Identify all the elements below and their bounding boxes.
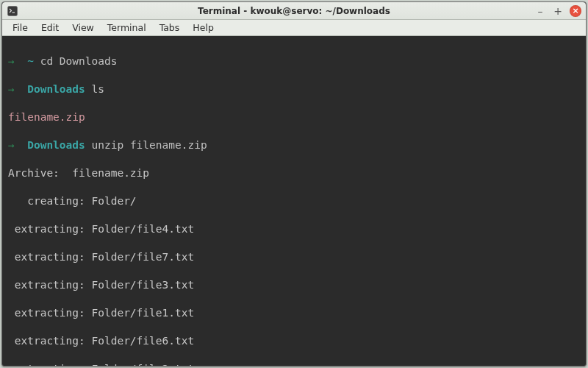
prompt-arrow-icon: → [8, 139, 15, 151]
command-text: unzip filename.zip [92, 139, 207, 151]
menu-terminal[interactable]: Terminal [101, 21, 152, 35]
output-line: creating: Folder/ [8, 194, 580, 208]
maximize-button[interactable]: + [552, 5, 564, 17]
prompt-line: → ~ cd Downloads [8, 54, 580, 68]
output-line: extracting: Folder/file1.txt [8, 306, 580, 320]
menu-help[interactable]: Help [187, 21, 220, 35]
terminal-app-icon [7, 5, 18, 17]
close-button[interactable]: × [570, 5, 581, 17]
terminal-viewport[interactable]: → ~ cd Downloads → Downloads ls filename… [2, 36, 586, 366]
command-text: ls [92, 83, 104, 95]
window-title: Terminal - kwouk@servo: ~/Downloads [2, 6, 586, 16]
window-controls: – + × [534, 5, 586, 17]
prompt-arrow-icon: → [8, 55, 15, 67]
output-line: extracting: Folder/file6.txt [8, 334, 580, 348]
menubar: File Edit View Terminal Tabs Help [2, 20, 586, 36]
output-line: extracting: Folder/file2.txt [8, 362, 580, 366]
menu-tabs[interactable]: Tabs [154, 21, 186, 35]
titlebar[interactable]: Terminal - kwouk@servo: ~/Downloads – + … [2, 2, 586, 20]
terminal-window: Terminal - kwouk@servo: ~/Downloads – + … [1, 1, 587, 367]
output-line: filename.zip [8, 110, 580, 124]
output-line: extracting: Folder/file7.txt [8, 250, 580, 264]
prompt-line: → Downloads unzip filename.zip [8, 138, 580, 152]
minimize-button[interactable]: – [534, 5, 546, 17]
output-line: Archive: filename.zip [8, 166, 580, 180]
menu-file[interactable]: File [7, 21, 34, 35]
prompt-cwd: Downloads [27, 139, 85, 151]
menu-edit[interactable]: Edit [35, 21, 65, 35]
prompt-arrow-icon: → [8, 83, 15, 95]
output-line: extracting: Folder/file4.txt [8, 222, 580, 236]
output-line: extracting: Folder/file3.txt [8, 278, 580, 292]
menu-view[interactable]: View [66, 21, 100, 35]
prompt-home-icon: ~ [27, 55, 34, 67]
command-text: cd Downloads [40, 55, 118, 67]
svg-rect-0 [8, 6, 18, 15]
prompt-cwd: Downloads [27, 83, 85, 95]
prompt-line: → Downloads ls [8, 82, 580, 96]
